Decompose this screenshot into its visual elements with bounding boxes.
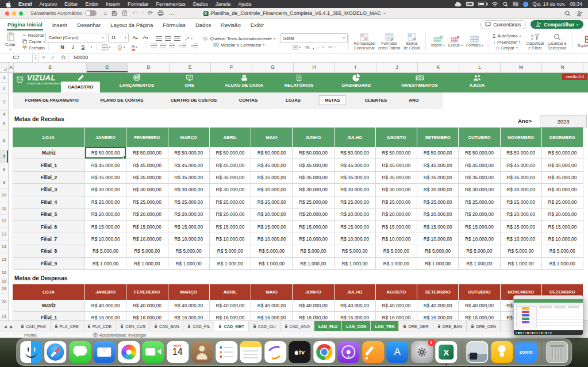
cell-K9[interactable]: R$ 35.000,00 bbox=[417, 172, 459, 184]
name-box[interactable]: C7 bbox=[0, 53, 33, 62]
control-center-icon[interactable] bbox=[513, 2, 518, 6]
cell-F22[interactable]: R$ 16.000,00 bbox=[210, 312, 251, 320]
cell-D11[interactable]: R$ 25.000,00 bbox=[126, 196, 168, 208]
cell-H7[interactable]: R$ 50.000,00 bbox=[293, 147, 334, 159]
row-header-15[interactable]: 15 bbox=[0, 253, 8, 266]
copy-button[interactable]: Copiar▾ bbox=[22, 39, 45, 44]
row-header-14[interactable]: 14 bbox=[0, 241, 8, 253]
cell-N9[interactable]: R$ 35.000,00 bbox=[542, 172, 583, 184]
cell-D8[interactable]: R$ 45.000,00 bbox=[126, 159, 168, 171]
cell-N11[interactable]: R$ 25.000,00 bbox=[542, 196, 583, 208]
cell-K16[interactable]: R$ 1.000,00 bbox=[417, 258, 459, 270]
cell-G16[interactable]: R$ 1.000,00 bbox=[251, 258, 293, 270]
cell-L15[interactable]: R$ 5.000,00 bbox=[459, 245, 500, 257]
cell-H12[interactable]: R$ 20.000,00 bbox=[293, 208, 334, 221]
wrap-text-button[interactable]: Quebrar Texto Automaticamente▾ bbox=[202, 36, 275, 41]
share-sheet-icon[interactable] bbox=[577, 10, 583, 17]
cell-M7[interactable]: R$ 50.000,00 bbox=[501, 147, 542, 159]
cell-G15[interactable]: R$ 5.000,00 bbox=[251, 245, 293, 257]
cell-K11[interactable]: R$ 25.000,00 bbox=[417, 196, 459, 208]
cell-E7[interactable]: R$ 50.000,00 bbox=[168, 147, 210, 159]
cell-K15[interactable]: R$ 5.000,00 bbox=[417, 245, 459, 257]
cell-C10[interactable]: R$ 30.000,00 bbox=[85, 184, 126, 196]
cell-B8[interactable]: Filial_1 bbox=[13, 159, 85, 171]
minimize-window-button[interactable] bbox=[12, 11, 16, 16]
menu-formatar[interactable]: Formatar bbox=[128, 1, 149, 7]
decrease-indent-icon[interactable]: ▾ bbox=[178, 43, 187, 49]
menu-editar[interactable]: Editar bbox=[64, 1, 78, 7]
cell-B7[interactable]: Matriz bbox=[13, 147, 85, 159]
align-top-icon[interactable] bbox=[156, 36, 162, 41]
cell-G9[interactable]: R$ 35.000,00 bbox=[251, 172, 293, 184]
row-header-1[interactable]: 1 bbox=[0, 72, 8, 83]
cell-F10[interactable]: R$ 30.000,00 bbox=[210, 184, 251, 196]
nav-tab-dre[interactable]: DRE bbox=[162, 72, 217, 88]
cell-J10[interactable]: R$ 30.000,00 bbox=[376, 184, 417, 196]
cell-E12[interactable]: R$ 20.000,00 bbox=[168, 208, 210, 221]
sheet-tab-LAN_TRN[interactable]: LAN_TRN bbox=[371, 321, 399, 331]
italic-button[interactable]: I bbox=[70, 44, 76, 50]
autosave-toggle[interactable] bbox=[85, 10, 97, 16]
sub-tab-plano-de-contas[interactable]: PLANO DE CONTAS bbox=[101, 98, 144, 103]
cell-L21[interactable]: R$ 40.000,00 bbox=[459, 300, 500, 312]
dock-desktop-preview-icon[interactable] bbox=[466, 341, 488, 363]
share-button[interactable]: Compartilhar ▾ bbox=[531, 20, 583, 29]
document-title[interactable]: X Planilha_de_Controle_Financeiro_Comple… bbox=[203, 10, 385, 16]
cell-K13[interactable]: R$ 15.000,00 bbox=[417, 221, 459, 233]
cell-F13[interactable]: R$ 15.000,00 bbox=[210, 221, 251, 233]
column-header-F[interactable]: F bbox=[211, 62, 252, 72]
apple-menu-icon[interactable] bbox=[6, 1, 11, 7]
cell-M12[interactable]: R$ 20.000,00 bbox=[501, 208, 542, 221]
cell-I11[interactable]: R$ 25.000,00 bbox=[335, 196, 376, 208]
cut-button[interactable]: ✂Recortar bbox=[22, 33, 44, 38]
comma-style-icon[interactable]: , bbox=[313, 45, 314, 50]
row-header-7[interactable]: 7 bbox=[0, 150, 8, 163]
dock-contacts-icon[interactable] bbox=[191, 341, 213, 363]
dock-trash-icon[interactable] bbox=[546, 341, 568, 363]
nav-tab-cadastro[interactable]: CADASTRO bbox=[53, 72, 108, 90]
cell-M15[interactable]: R$ 5.000,00 bbox=[501, 245, 542, 257]
cell-C12[interactable]: R$ 20.000,00 bbox=[85, 208, 126, 221]
nav-tab-dashboard[interactable]: DASHBOARD bbox=[329, 72, 384, 88]
percent-style-icon[interactable]: % bbox=[305, 45, 309, 50]
cell-L16[interactable]: R$ 1.000,00 bbox=[459, 258, 500, 270]
close-window-button[interactable] bbox=[5, 11, 9, 16]
sheet-tab-CAD_BAN[interactable]: CAD_BAN bbox=[150, 321, 183, 331]
cell-E10[interactable]: R$ 30.000,00 bbox=[168, 184, 210, 196]
cell-H14[interactable]: R$ 10.000,00 bbox=[293, 233, 334, 245]
dock-notes-icon[interactable] bbox=[240, 341, 262, 363]
sheet-scroll-right-icon[interactable]: ▶ bbox=[10, 324, 13, 329]
menu-dados[interactable]: Dados bbox=[193, 1, 208, 7]
ribbon-tab-desenhar[interactable]: Desenhar bbox=[76, 20, 101, 30]
cell-F7[interactable]: R$ 50.000,00 bbox=[210, 147, 251, 159]
sheet-tab-DRE_GER[interactable]: DRE_GER bbox=[399, 321, 433, 331]
cell-K7[interactable]: R$ 50.000,00 bbox=[417, 147, 459, 159]
cell-L9[interactable]: R$ 35.000,00 bbox=[459, 172, 500, 184]
screen-preview-window[interactable] bbox=[513, 295, 583, 335]
printer-icon[interactable] bbox=[157, 10, 164, 16]
cell-E15[interactable]: R$ 5.000,00 bbox=[168, 245, 210, 257]
undo-dropdown-icon[interactable]: ▾ bbox=[142, 11, 144, 15]
dock-pages-icon[interactable] bbox=[362, 341, 384, 363]
dock-excel-icon[interactable]: X bbox=[435, 341, 457, 363]
cell-F11[interactable]: R$ 25.000,00 bbox=[210, 196, 251, 208]
cell-D10[interactable]: R$ 30.000,00 bbox=[126, 184, 168, 196]
cell-I16[interactable]: R$ 1.000,00 bbox=[335, 258, 376, 270]
siri-icon[interactable] bbox=[523, 2, 528, 7]
align-left-icon[interactable] bbox=[151, 44, 157, 48]
sheet-tab-CAD_MET[interactable]: CAD_MET bbox=[214, 321, 248, 331]
fill-color-button[interactable]: ▾ bbox=[116, 44, 126, 51]
cancel-entry-icon[interactable]: × bbox=[39, 53, 48, 62]
cell-D6[interactable]: FEVEREIRO bbox=[126, 128, 168, 147]
dock-facetime-icon[interactable] bbox=[142, 341, 164, 363]
ribbon-tab-revisao[interactable]: Revisão bbox=[220, 20, 241, 30]
sub-tab-contas[interactable]: CONTAS bbox=[239, 98, 258, 103]
increase-indent-icon[interactable]: ▾ bbox=[190, 43, 199, 49]
cell-H20[interactable]: JUNHO bbox=[293, 284, 334, 300]
cell-E14[interactable]: R$ 10.000,00 bbox=[168, 233, 210, 245]
cell-I22[interactable]: R$ 16.000,00 bbox=[335, 312, 376, 320]
column-header-N[interactable]: N bbox=[542, 62, 583, 72]
cell-J22[interactable]: R$ 16.000,00 bbox=[376, 312, 417, 320]
ribbon-tab-formulas[interactable]: Fórmulas bbox=[162, 20, 186, 30]
menu-ferramentas[interactable]: Ferramentas bbox=[156, 1, 186, 7]
